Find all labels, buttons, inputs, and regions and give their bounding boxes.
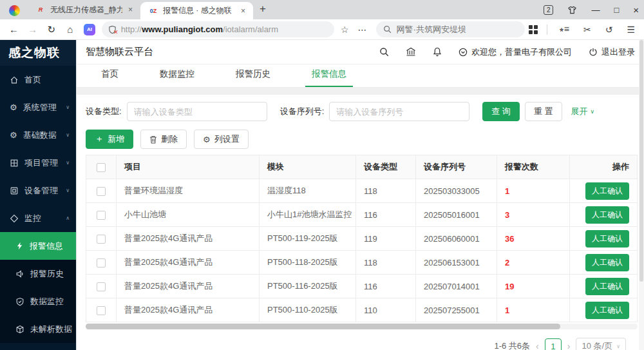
notification-bell-icon[interactable]	[433, 47, 442, 57]
search-icon[interactable]	[379, 47, 389, 57]
nav-tab[interactable]: 报警历史	[232, 68, 274, 87]
tab-count-badge[interactable]: 2	[544, 5, 553, 15]
new-tab-button[interactable]: +	[260, 3, 266, 15]
browser-tab[interactable]: R 无线压力传感器_静力水准仪_ ×	[28, 0, 140, 19]
cell-operation: 人工确认	[570, 298, 638, 322]
apps-grid-icon[interactable]	[529, 25, 538, 34]
nav-tab[interactable]: 数据监控	[156, 68, 198, 87]
manual-confirm-button[interactable]: 人工确认	[585, 302, 629, 319]
close-window-button[interactable]: ×	[633, 5, 639, 15]
table-body: 普量环境温湿度 温湿度118 118 202503033005 1 人工确认 小…	[86, 179, 638, 322]
device-type-input[interactable]	[127, 102, 267, 121]
sidebar-item-label: 监控	[24, 213, 60, 224]
cell-device-type: 119	[356, 227, 416, 251]
prev-page-icon[interactable]: ‹	[536, 341, 539, 350]
expand-link[interactable]: 展开∨	[571, 106, 595, 117]
sidebar-subitem[interactable]: 报警历史	[0, 260, 76, 287]
nav-tab[interactable]: 首页	[97, 68, 122, 87]
row-checkbox[interactable]	[97, 211, 106, 220]
screenshot-scissors-icon[interactable]: ✂	[581, 24, 594, 35]
column-settings-button[interactable]: ⚙ 列设置	[194, 130, 249, 149]
manual-confirm-button[interactable]: 人工确认	[585, 230, 629, 248]
ai-assistant-icon[interactable]: AI	[84, 24, 95, 35]
logout-button[interactable]: 退出登录	[589, 46, 635, 58]
sidebar-item[interactable]: 首页	[0, 66, 76, 93]
breadcrumb-tabs: 首页数据监控报警历史报警信息	[77, 64, 644, 88]
more-options-icon[interactable]: ⋯	[355, 24, 370, 35]
sidebar-item[interactable]: 项目管理 ∨	[0, 149, 76, 177]
current-page-button[interactable]: 1	[545, 338, 562, 350]
row-checkbox[interactable]	[97, 235, 106, 244]
next-page-icon[interactable]: ›	[567, 341, 571, 350]
close-tab-icon[interactable]: ×	[240, 6, 247, 15]
reset-button[interactable]: 重 置	[525, 102, 562, 121]
manual-confirm-button[interactable]: 人工确认	[585, 206, 629, 224]
row-checkbox[interactable]	[97, 306, 106, 315]
select-all-checkbox[interactable]	[97, 163, 106, 172]
add-button[interactable]: ＋新增	[86, 130, 133, 149]
site-security-shield-icon[interactable]: ✕	[108, 25, 117, 34]
menu-hamburger-icon[interactable]: ☰	[624, 24, 638, 35]
serial-input[interactable]	[329, 102, 469, 121]
sidebar-subitem[interactable]: 未解析数据	[0, 315, 76, 343]
grid-icon	[10, 159, 19, 168]
sidebar-item[interactable]: ⚙基础数据 ∨	[0, 121, 76, 149]
chevron-up-icon: ∧	[66, 215, 70, 221]
cell-operation: 人工确认	[570, 203, 638, 227]
user-welcome[interactable]: 欢迎您，普量电子有限公司	[459, 46, 572, 58]
cube-icon	[15, 325, 24, 334]
cell-serial: 202507014001	[416, 275, 497, 298]
reload-button[interactable]: ↻	[44, 22, 59, 37]
home-icon	[10, 75, 19, 84]
maximize-button[interactable]: □	[614, 5, 619, 15]
alarm-table: 项目模块设备类型设备序列号报警次数操作 普量环境温湿度 温湿度118 118 2…	[86, 155, 638, 322]
page-size-select[interactable]: 10 条/页∨	[576, 338, 626, 350]
back-button[interactable]: ←	[6, 22, 21, 37]
hscroll-thumb[interactable]	[86, 324, 560, 329]
browser-logo-icon[interactable]	[9, 5, 20, 16]
address-bar[interactable]: ✕ http://www.puliangiot.com/iotalarm/ala…	[102, 21, 334, 37]
table-row: 普量2025款4G通讯产品 PT500-116-2025版 116 202507…	[86, 275, 638, 298]
forward-button[interactable]: →	[25, 22, 40, 37]
sidebar-item[interactable]: ⚙系统管理 ∨	[0, 93, 76, 121]
vertical-scrollbar[interactable]	[639, 40, 644, 350]
row-checkbox[interactable]	[97, 258, 106, 267]
cell-module: PT500-118-2025版	[260, 251, 356, 275]
manual-confirm-button[interactable]: 人工确认	[585, 254, 629, 271]
sidebar-submenu: 报警信息 报警历史 数据监控 未解析数据	[0, 232, 76, 343]
column-header: 操作	[570, 155, 638, 179]
sidebar-subitem[interactable]: 报警信息	[0, 232, 76, 260]
header-right: 欢迎您，普量电子有限公司 退出登录	[379, 46, 635, 58]
cell-project: 普量2025款4G通讯产品	[117, 227, 260, 251]
home-button[interactable]: ⌂	[62, 22, 77, 37]
sidebar-subitem-label: 报警信息	[30, 240, 70, 252]
manual-confirm-button[interactable]: 人工确认	[585, 278, 629, 295]
device-icon	[10, 186, 19, 195]
minimize-button[interactable]: —	[591, 5, 600, 15]
browser-search-box[interactable]: 网警·共筑网安堤坝	[376, 21, 526, 37]
favorites-list-icon[interactable]: ⭒≡	[556, 24, 572, 35]
sidebar-subitem[interactable]: 数据监控	[0, 287, 76, 315]
cell-operation: 人工确认	[570, 251, 638, 275]
horizontal-scrollbar[interactable]	[86, 324, 638, 329]
browser-tab[interactable]: 0Z 报警信息 · 感之物联 ×	[140, 2, 253, 19]
query-button[interactable]: 查 询	[482, 102, 520, 121]
close-tab-icon[interactable]: ×	[127, 5, 134, 14]
sidebar-item-label: 系统管理	[23, 102, 60, 113]
manual-confirm-button[interactable]: 人工确认	[585, 182, 629, 200]
nav-tab[interactable]: 报警信息	[308, 68, 350, 87]
history-undo-icon[interactable]: ↺	[603, 24, 616, 35]
sidebar-item[interactable]: 监控 ∧	[0, 204, 76, 232]
content-panel: 设备类型: 设备序列号: 查 询 重 置 展开∨ ＋新增 删除 ⚙ 列设置	[77, 95, 644, 350]
sidebar-item[interactable]: 设备管理 ∨	[0, 177, 76, 204]
row-checkbox[interactable]	[97, 282, 106, 291]
cell-device-type: 116	[356, 203, 416, 227]
vscroll-thumb[interactable]	[639, 40, 643, 282]
theme-shirt-icon[interactable]	[567, 6, 577, 14]
browser-toolbar: ← → ↻ ⌂ AI ✕ http://www.puliangiot.com/i…	[0, 19, 644, 40]
chevron-down-icon: ∨	[66, 132, 70, 138]
row-checkbox[interactable]	[97, 187, 106, 196]
delete-button[interactable]: 删除	[140, 130, 187, 149]
bookmark-star-icon[interactable]: ☆	[338, 24, 352, 35]
home-building-icon[interactable]	[406, 47, 416, 57]
